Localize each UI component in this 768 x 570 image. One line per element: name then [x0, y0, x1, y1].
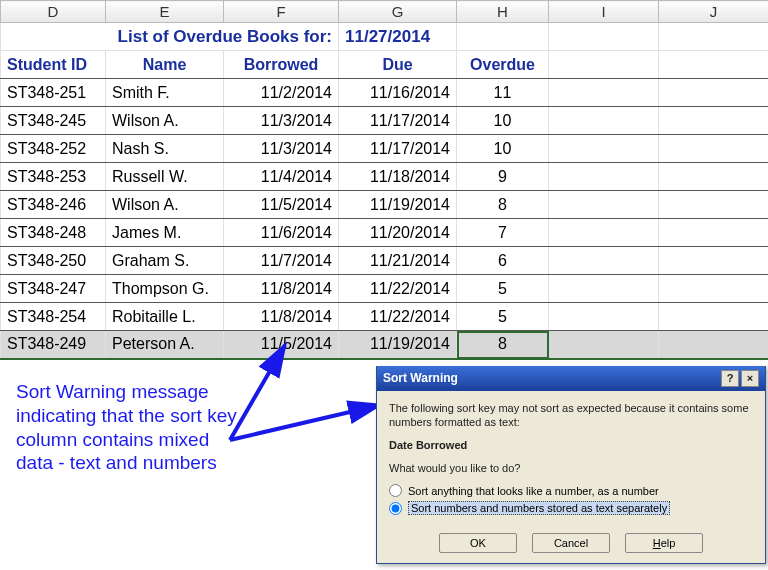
header-overdue[interactable]: Overdue [457, 51, 549, 79]
cell-name[interactable]: Robitaille L. [106, 303, 224, 331]
table-row[interactable]: ST348-246Wilson A.11/5/201411/19/20148 [1, 191, 769, 219]
table-header-row[interactable]: Student ID Name Borrowed Due Overdue [1, 51, 769, 79]
cell-borrowed[interactable]: 11/5/2014 [224, 331, 339, 359]
cell-name[interactable]: Wilson A. [106, 191, 224, 219]
cell-id[interactable]: ST348-250 [1, 247, 106, 275]
cell-name[interactable]: Russell W. [106, 163, 224, 191]
cell-overdue[interactable]: 8 [457, 191, 549, 219]
cell-id[interactable]: ST348-245 [1, 107, 106, 135]
dialog-prompt: What would you like to do? [389, 461, 753, 476]
col-header[interactable]: H [457, 1, 549, 23]
cell-id[interactable]: ST348-247 [1, 275, 106, 303]
col-header[interactable]: I [549, 1, 659, 23]
cell-name[interactable]: Smith F. [106, 79, 224, 107]
dialog-title-text: Sort Warning [383, 371, 719, 385]
title-date[interactable]: 11/27/2014 [339, 23, 457, 51]
cell-due[interactable]: 11/19/2014 [339, 191, 457, 219]
cell-id[interactable]: ST348-249 [1, 331, 106, 359]
cell-due[interactable]: 11/17/2014 [339, 135, 457, 163]
cell-borrowed[interactable]: 11/7/2014 [224, 247, 339, 275]
col-header[interactable]: E [106, 1, 224, 23]
cell-id[interactable]: ST348-251 [1, 79, 106, 107]
header-name[interactable]: Name [106, 51, 224, 79]
cell-id[interactable]: ST348-246 [1, 191, 106, 219]
cell-overdue[interactable]: 9 [457, 163, 549, 191]
column-header-row[interactable]: D E F G H I J [1, 1, 769, 23]
cell-name[interactable]: Graham S. [106, 247, 224, 275]
cell-name[interactable]: Peterson A. [106, 331, 224, 359]
cell-borrowed[interactable]: 11/8/2014 [224, 275, 339, 303]
cell-borrowed[interactable]: 11/2/2014 [224, 79, 339, 107]
cell-overdue[interactable]: 11 [457, 79, 549, 107]
cell-due[interactable]: 11/22/2014 [339, 275, 457, 303]
cell-borrowed[interactable]: 11/5/2014 [224, 191, 339, 219]
cell-due[interactable]: 11/17/2014 [339, 107, 457, 135]
table-row[interactable]: ST348-247Thompson G.11/8/201411/22/20145 [1, 275, 769, 303]
cell-due[interactable]: 11/19/2014 [339, 331, 457, 359]
radio-input[interactable] [389, 484, 402, 497]
cell-due[interactable]: 11/18/2014 [339, 163, 457, 191]
help-button[interactable]: Help [625, 533, 703, 553]
table-row[interactable]: ST348-252Nash S.11/3/201411/17/201410 [1, 135, 769, 163]
cell-overdue[interactable]: 10 [457, 107, 549, 135]
col-header[interactable]: J [659, 1, 769, 23]
cell-id[interactable]: ST348-254 [1, 303, 106, 331]
cell-overdue[interactable]: 5 [457, 275, 549, 303]
col-header[interactable]: F [224, 1, 339, 23]
cell-id[interactable]: ST348-253 [1, 163, 106, 191]
table-row[interactable]: ST348-251Smith F.11/2/201411/16/201411 [1, 79, 769, 107]
cell-name[interactable]: Wilson A. [106, 107, 224, 135]
col-header[interactable]: D [1, 1, 106, 23]
table-row[interactable]: ST348-245Wilson A.11/3/201411/17/201410 [1, 107, 769, 135]
cell-name[interactable]: James M. [106, 219, 224, 247]
header-borrowed[interactable]: Borrowed [224, 51, 339, 79]
radio-label: Sort anything that looks like a number, … [408, 485, 659, 497]
cell-borrowed[interactable]: 11/8/2014 [224, 303, 339, 331]
cell-overdue[interactable]: 6 [457, 247, 549, 275]
dialog-sort-key: Date Borrowed [389, 438, 753, 453]
spreadsheet-grid[interactable]: D E F G H I J List of Overdue Books for:… [0, 0, 768, 360]
cell-borrowed[interactable]: 11/3/2014 [224, 135, 339, 163]
cancel-button[interactable]: Cancel [532, 533, 610, 553]
header-due[interactable]: Due [339, 51, 457, 79]
header-student-id[interactable]: Student ID [1, 51, 106, 79]
dialog-message: The following sort key may not sort as e… [389, 401, 753, 431]
cell-borrowed[interactable]: 11/4/2014 [224, 163, 339, 191]
cell-due[interactable]: 11/16/2014 [339, 79, 457, 107]
dialog-titlebar[interactable]: Sort Warning ? × [377, 366, 765, 391]
radio-label: Sort numbers and numbers stored as text … [408, 501, 670, 515]
close-icon[interactable]: × [741, 370, 759, 387]
cell-due[interactable]: 11/22/2014 [339, 303, 457, 331]
radio-input[interactable] [389, 502, 402, 515]
cell-overdue[interactable]: 7 [457, 219, 549, 247]
col-header[interactable]: G [339, 1, 457, 23]
cell-name[interactable]: Nash S. [106, 135, 224, 163]
ok-button[interactable]: OK [439, 533, 517, 553]
table-row[interactable]: ST348-248James M.11/6/201411/20/20147 [1, 219, 769, 247]
title-row[interactable]: List of Overdue Books for: 11/27/2014 [1, 23, 769, 51]
annotation-text: Sort Warning message indicating that the… [16, 380, 246, 475]
table-row[interactable]: ST348-250Graham S.11/7/201411/21/20146 [1, 247, 769, 275]
radio-option-separate[interactable]: Sort numbers and numbers stored as text … [389, 501, 753, 515]
cell-name[interactable]: Thompson G. [106, 275, 224, 303]
cell-borrowed[interactable]: 11/6/2014 [224, 219, 339, 247]
cell-overdue[interactable]: 5 [457, 303, 549, 331]
cell-overdue[interactable]: 8 [457, 331, 549, 359]
table-row[interactable]: ST348-253Russell W.11/4/201411/18/20149 [1, 163, 769, 191]
help-icon[interactable]: ? [721, 370, 739, 387]
radio-option-numbers[interactable]: Sort anything that looks like a number, … [389, 484, 753, 497]
cell-borrowed[interactable]: 11/3/2014 [224, 107, 339, 135]
table-row[interactable]: ST348-249Peterson A.11/5/201411/19/20148 [1, 331, 769, 359]
sort-warning-dialog: Sort Warning ? × The following sort key … [376, 366, 766, 564]
cell-id[interactable]: ST348-248 [1, 219, 106, 247]
cell-due[interactable]: 11/20/2014 [339, 219, 457, 247]
cell-due[interactable]: 11/21/2014 [339, 247, 457, 275]
table-row[interactable]: ST348-254Robitaille L.11/8/201411/22/201… [1, 303, 769, 331]
cell-id[interactable]: ST348-252 [1, 135, 106, 163]
title-label[interactable]: List of Overdue Books for: [1, 23, 339, 51]
cell-overdue[interactable]: 10 [457, 135, 549, 163]
